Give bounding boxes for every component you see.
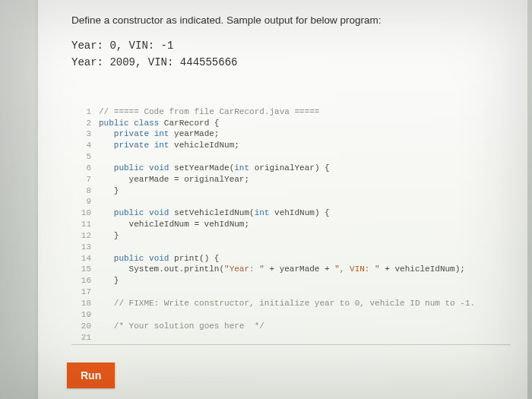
line-number: 21 xyxy=(71,332,99,344)
code-text[interactable]: } xyxy=(99,185,119,197)
code-line[interactable]: 15 System.out.println("Year: " + yearMad… xyxy=(71,264,511,275)
code-line[interactable]: 4 private int vehicleIdNum; xyxy=(71,140,511,151)
code-text[interactable]: // ===== Code from file CarRecord.java =… xyxy=(99,106,319,118)
line-number: 2 xyxy=(71,118,99,129)
code-line[interactable]: 6 public void setYearMade(int originalYe… xyxy=(71,163,511,174)
code-text[interactable]: private int vehicleIdNum; xyxy=(99,140,239,151)
code-text[interactable]: public void setVehicleIdNum(int vehIdNum… xyxy=(99,207,330,219)
run-button[interactable]: Run xyxy=(67,363,115,388)
content-sheet: Define a constructor as indicated. Sampl… xyxy=(38,0,527,399)
code-line[interactable]: 2public class CarRecord { xyxy=(71,118,511,129)
line-number: 7 xyxy=(71,174,99,185)
code-line[interactable]: 10 public void setVehicleIdNum(int vehId… xyxy=(71,207,511,219)
code-text[interactable]: private int yearMade; xyxy=(99,128,219,140)
code-line[interactable]: 16 } xyxy=(71,275,511,287)
line-number: 17 xyxy=(71,287,99,298)
code-text[interactable]: public void print() { xyxy=(99,253,219,264)
code-text[interactable]: vehicleIdNum = vehIdNum; xyxy=(99,219,249,230)
code-text[interactable]: /* Your solution goes here */ xyxy=(99,321,264,332)
line-number: 15 xyxy=(71,264,99,275)
sample-line: Year: 2009, VIN: 444555666 xyxy=(71,54,511,71)
code-editor[interactable]: 1// ===== Code from file CarRecord.java … xyxy=(71,106,511,344)
code-text[interactable]: } xyxy=(99,230,119,242)
code-text[interactable]: public class CarRecord { xyxy=(99,118,219,129)
divider xyxy=(71,344,511,345)
code-line[interactable]: 9 xyxy=(71,196,511,207)
code-line[interactable]: 8 } xyxy=(71,185,511,197)
line-number: 19 xyxy=(71,309,99,321)
line-number: 13 xyxy=(71,242,99,253)
code-line[interactable]: 20 /* Your solution goes here */ xyxy=(71,321,511,332)
line-number: 11 xyxy=(71,219,99,230)
code-line[interactable]: 5 xyxy=(71,151,511,163)
code-line[interactable]: 7 yearMade = originalYear; xyxy=(71,174,511,185)
screenshot-root: Define a constructor as indicated. Sampl… xyxy=(0,0,532,399)
line-number: 5 xyxy=(71,151,99,163)
line-number: 20 xyxy=(71,321,99,332)
code-line[interactable]: 14 public void print() { xyxy=(71,253,511,264)
code-text[interactable]: yearMade = originalYear; xyxy=(99,174,249,185)
line-number: 6 xyxy=(71,163,99,174)
sample-line: Year: 0, VIN: -1 xyxy=(71,37,511,54)
line-number: 4 xyxy=(71,140,99,151)
code-line[interactable]: 18 // FIXME: Write constructor, initiali… xyxy=(71,298,511,309)
code-text[interactable]: public void setYearMade(int originalYear… xyxy=(99,163,330,174)
code-line[interactable]: 3 private int yearMade; xyxy=(71,128,511,140)
code-text[interactable]: // FIXME: Write constructor, initialize … xyxy=(99,298,475,309)
code-line[interactable]: 11 vehicleIdNum = vehIdNum; xyxy=(71,219,511,230)
line-number: 12 xyxy=(71,230,99,242)
code-line[interactable]: 1// ===== Code from file CarRecord.java … xyxy=(71,106,511,118)
line-number: 8 xyxy=(71,185,99,197)
line-number: 18 xyxy=(71,298,99,309)
code-text[interactable]: } xyxy=(99,275,119,287)
line-number: 10 xyxy=(71,207,99,219)
line-number: 1 xyxy=(71,106,99,118)
prompt-text: Define a constructor as indicated. Sampl… xyxy=(71,14,511,28)
line-number: 14 xyxy=(71,253,99,264)
sample-output: Year: 0, VIN: -1 Year: 2009, VIN: 444555… xyxy=(71,37,511,71)
code-line[interactable]: 17 xyxy=(71,287,511,298)
line-number: 9 xyxy=(71,196,99,207)
line-number: 3 xyxy=(71,128,99,140)
code-line[interactable]: 12 } xyxy=(71,230,511,242)
code-line[interactable]: 21 xyxy=(71,332,511,344)
line-number: 16 xyxy=(71,275,99,287)
code-line[interactable]: 19 xyxy=(71,309,511,321)
code-text[interactable]: System.out.println("Year: " + yearMade +… xyxy=(99,264,465,275)
code-line[interactable]: 13 xyxy=(71,242,511,253)
